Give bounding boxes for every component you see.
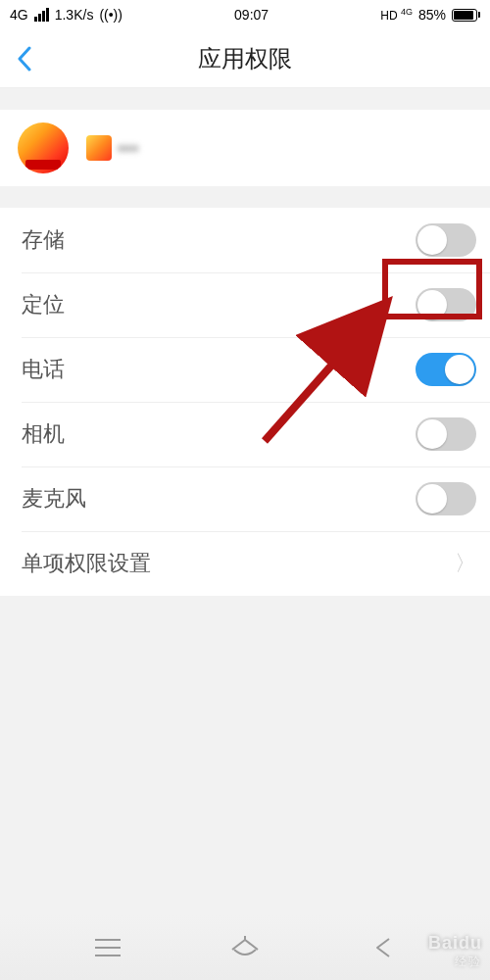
back-button[interactable]: [10, 44, 39, 74]
permission-list: 存储 定位 电话 相机 麦克风 单项权限设置 〉: [0, 208, 490, 596]
status-bar: 4G 1.3K/s ((•)) 09:07 HD 4G 85%: [0, 0, 490, 29]
app-info-row[interactable]: ▪▪▪: [0, 110, 490, 186]
perm-row-camera: 相机: [0, 402, 490, 466]
nav-home-button[interactable]: [225, 928, 265, 967]
nav-recents-button[interactable]: [88, 928, 127, 967]
perm-label: 存储: [22, 225, 65, 255]
page-title: 应用权限: [198, 43, 292, 74]
toggle-storage[interactable]: [416, 223, 476, 257]
battery-percent: 85%: [418, 7, 446, 23]
network-type: 4G: [10, 7, 28, 23]
menu-icon: [93, 937, 122, 958]
status-right: HD 4G 85%: [380, 7, 480, 23]
battery-icon: [452, 9, 480, 22]
perm-label: 电话: [22, 355, 65, 384]
home-icon: [228, 936, 262, 959]
status-left: 4G 1.3K/s ((•)): [10, 7, 122, 23]
perm-row-detail[interactable]: 单项权限设置 〉: [0, 531, 490, 596]
back-icon: [371, 936, 393, 959]
perm-label: 麦克风: [22, 484, 86, 514]
perm-label: 相机: [22, 419, 65, 449]
app-mini-icon: [86, 135, 112, 161]
perm-row-microphone: 麦克风: [0, 466, 490, 531]
toggle-location[interactable]: [416, 288, 476, 321]
hd-icon: HD 4G: [380, 8, 413, 22]
data-speed: 1.3K/s: [55, 7, 94, 23]
signal-icon: [34, 8, 49, 22]
page-header: 应用权限: [0, 29, 490, 88]
toggle-phone[interactable]: [416, 353, 476, 386]
chevron-left-icon: [17, 46, 32, 72]
status-time: 09:07: [234, 7, 269, 23]
perm-label: 单项权限设置: [22, 549, 151, 578]
toggle-microphone[interactable]: [416, 482, 476, 515]
perm-label: 定位: [22, 290, 65, 319]
chevron-right-icon: 〉: [455, 549, 476, 578]
system-nav-bar: [0, 915, 490, 980]
app-name: ▪▪▪: [118, 137, 138, 160]
toggle-camera[interactable]: [416, 417, 476, 451]
app-icon: [18, 122, 69, 173]
perm-row-location: 定位: [0, 272, 490, 337]
perm-row-storage: 存储: [0, 208, 490, 272]
perm-row-phone: 电话: [0, 337, 490, 402]
nav-back-button[interactable]: [363, 928, 402, 967]
hotspot-icon: ((•)): [99, 7, 122, 23]
